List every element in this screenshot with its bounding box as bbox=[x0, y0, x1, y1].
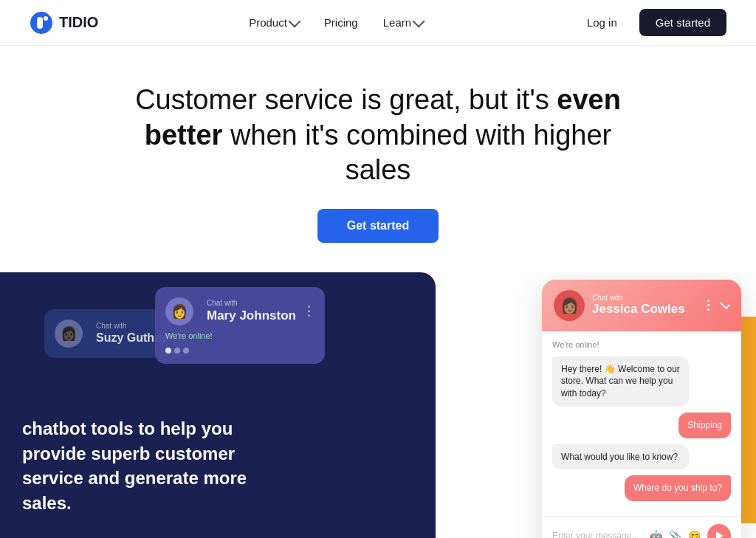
nav-product[interactable]: Product bbox=[240, 10, 308, 35]
product-chevron-icon bbox=[288, 15, 300, 28]
mary-name: Mary Johnston bbox=[207, 308, 296, 323]
minimize-icon[interactable] bbox=[720, 298, 730, 308]
jessica-name: Jessica Cowles bbox=[592, 302, 694, 317]
chat-card-mary: 👩 Chat with Mary Johnston We're online! bbox=[155, 287, 325, 364]
message-1: Hey there! 👋 Welcome to our store. What … bbox=[552, 356, 689, 407]
jessica-avatar: 👩🏽 bbox=[554, 290, 585, 321]
message-4: Where do you ship to? bbox=[625, 475, 731, 501]
get-started-hero-button[interactable]: Get started bbox=[317, 209, 439, 243]
send-icon bbox=[716, 531, 724, 538]
smile-icon[interactable]: 😊 bbox=[688, 530, 700, 538]
send-button[interactable] bbox=[707, 524, 731, 538]
jessica-header-icons bbox=[701, 299, 729, 312]
more-options-icon[interactable] bbox=[701, 299, 715, 312]
jessica-chat-with-label: Chat with bbox=[592, 294, 694, 302]
nav-learn[interactable]: Learn bbox=[374, 10, 432, 35]
dark-panel-text: chatbot tools to help you provide superb… bbox=[22, 416, 273, 515]
hero-title: Customer service is great, but it's even… bbox=[127, 83, 629, 188]
tidio-logo-icon bbox=[30, 11, 53, 35]
message-2: Shipping bbox=[678, 413, 731, 438]
emoji-icon[interactable]: 🤖 bbox=[650, 530, 662, 538]
jessica-footer: Enter your message... 🤖 📎 😊 bbox=[542, 516, 741, 538]
suzy-avatar: 👩🏿 bbox=[55, 320, 83, 348]
brand-name: TIDIO bbox=[59, 14, 98, 31]
footer-icons: 🤖 📎 😊 bbox=[650, 524, 731, 538]
jessica-online-badge: We're online! bbox=[552, 340, 731, 349]
navbar: TIDIO Product Pricing Learn Log in Get s… bbox=[0, 0, 756, 46]
nav-pricing[interactable]: Pricing bbox=[315, 10, 367, 35]
mary-online-badge: We're online! bbox=[165, 331, 315, 340]
learn-chevron-icon bbox=[413, 15, 425, 28]
nav-center: Product Pricing Learn bbox=[240, 10, 432, 35]
jessica-info: Chat with Jessica Cowles bbox=[592, 294, 694, 317]
svg-point-1 bbox=[44, 16, 48, 21]
mary-chat-with-label: Chat with bbox=[207, 299, 296, 307]
main-section: 👩🏿 Chat with Suzy Guthrie 👩 Chat with Ma… bbox=[0, 272, 756, 539]
message-input-placeholder[interactable]: Enter your message... bbox=[552, 531, 650, 538]
dark-panel: 👩🏿 Chat with Suzy Guthrie 👩 Chat with Ma… bbox=[0, 272, 436, 539]
nav-right: Log in Get started bbox=[574, 9, 726, 36]
logo[interactable]: TIDIO bbox=[30, 11, 98, 35]
hero-section: Customer service is great, but it's even… bbox=[0, 46, 756, 243]
message-3: What would you like to know? bbox=[552, 444, 689, 470]
jessica-body: We're online! Hey there! 👋 Welcome to ou… bbox=[542, 331, 741, 517]
jessica-header: 👩🏽 Chat with Jessica Cowles bbox=[542, 280, 741, 331]
login-button[interactable]: Log in bbox=[574, 10, 630, 35]
mary-avatar: 👩 bbox=[165, 297, 193, 325]
attachment-icon[interactable]: 📎 bbox=[669, 530, 681, 538]
chat-card-jessica: 👩🏽 Chat with Jessica Cowles We're online… bbox=[542, 280, 741, 539]
get-started-nav-button[interactable]: Get started bbox=[639, 9, 726, 36]
